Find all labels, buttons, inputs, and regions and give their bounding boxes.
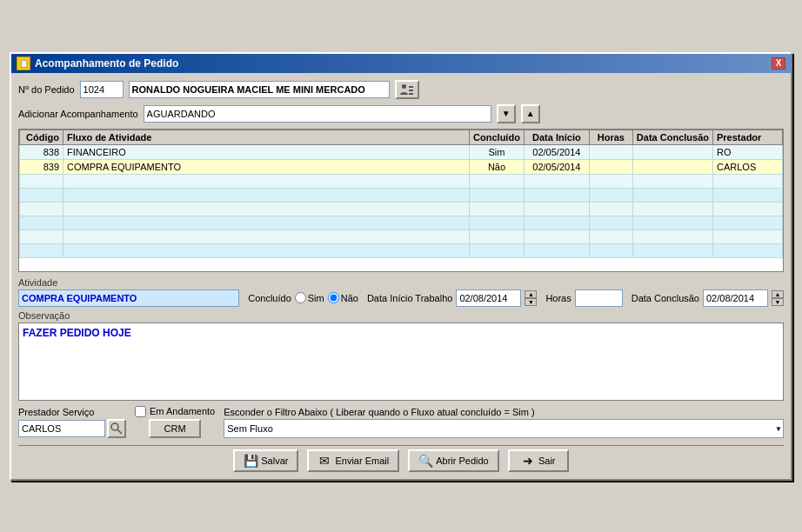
filtro-select[interactable]: Sem Fluxo Com Fluxo	[224, 419, 784, 438]
email-button[interactable]: ✉ Enviar Email	[307, 449, 399, 472]
prestador-input[interactable]	[18, 420, 105, 437]
data-inicio-label: Data Início Trabalho	[367, 293, 452, 303]
sair-button[interactable]: ➜ Sair	[508, 449, 569, 472]
horas-input[interactable]	[575, 289, 623, 307]
close-button[interactable]: X	[772, 57, 785, 70]
order-label: Nº do Pedido	[18, 84, 75, 95]
svg-rect-2	[409, 90, 413, 91]
window-body: Nº do Pedido Adicionar Acompanhamento AG…	[11, 73, 791, 479]
table-row[interactable]: 839 COMPRA EQUIPAMENTO Não 02/05/2014 CA…	[20, 159, 783, 174]
sim-radio[interactable]	[295, 292, 306, 303]
spin-down-icon[interactable]: ▼	[525, 298, 537, 306]
horas-group: Horas	[545, 289, 622, 307]
table-row-empty	[20, 202, 783, 216]
window-title: Acompanhamento de Pedido	[35, 57, 178, 70]
acompanhamento-label: Adicionar Acompanhamento	[18, 109, 138, 119]
svg-line-5	[117, 429, 122, 434]
email-icon: ✉	[317, 454, 331, 468]
table-row-empty	[20, 174, 783, 188]
em-andamento-label: Em Andamento	[150, 406, 215, 416]
prestador-group: Prestador Serviço	[18, 407, 126, 438]
col-horas: Horas	[589, 130, 632, 144]
table-row[interactable]: 838 FINANCEIRO Sim 02/05/2014 RO	[20, 144, 783, 159]
prestador-label: Prestador Serviço	[18, 407, 126, 417]
cell-horas	[589, 144, 632, 159]
data-inicio-group: Data Início Trabalho ▲ ▼	[367, 289, 537, 307]
salvar-label: Salvar	[261, 456, 288, 466]
col-prestador: Prestador	[713, 130, 783, 144]
concluido-group: Concluído Sim Não	[248, 292, 358, 303]
spin-up-icon2[interactable]: ▲	[772, 290, 784, 298]
move-down-button[interactable]: ▼	[497, 104, 516, 123]
data-inicio-spinner[interactable]: ▲ ▼	[525, 290, 537, 306]
salvar-button[interactable]: 💾 Salvar	[233, 449, 298, 472]
titlebar: 📋 Acompanhamento de Pedido X	[11, 54, 791, 73]
search-icon	[110, 422, 123, 435]
acompanhamento-select[interactable]: AGUARDANDO	[144, 105, 491, 123]
em-andamento-group: Em Andamento CRM	[135, 406, 215, 438]
window-icon: 📋	[17, 57, 30, 70]
sair-label: Sair	[538, 456, 556, 466]
main-window: 📋 Acompanhamento de Pedido X Nº do Pedid…	[10, 52, 792, 481]
move-up-button[interactable]: ▲	[521, 104, 540, 123]
client-search-button[interactable]	[395, 80, 419, 99]
table-row-empty	[20, 188, 783, 202]
observacao-text: FAZER PEDIDO HOJE	[21, 325, 781, 341]
cell-concluido: Sim	[470, 144, 525, 159]
concluido-label: Concluído	[248, 293, 291, 303]
acompanhamento-row: Adicionar Acompanhamento AGUARDANDO ▼ ▲	[18, 104, 784, 123]
nao-radio-label[interactable]: Não	[328, 292, 358, 303]
action-bar: 💾 Salvar ✉ Enviar Email 🔍 Abrir Pedido ➜…	[18, 445, 784, 472]
cell-horas	[589, 159, 632, 174]
cell-dataconclusao	[632, 159, 712, 174]
sim-label: Sim	[308, 293, 324, 303]
svg-rect-3	[409, 93, 413, 95]
em-andamento-checkbox[interactable]	[135, 406, 146, 417]
filtro-label: Esconder o Filtro Abaixo ( Liberar quand…	[224, 407, 784, 417]
sim-radio-label[interactable]: Sim	[295, 292, 324, 303]
data-conclusao-input[interactable]	[703, 289, 768, 307]
col-datainicio: Data Início	[524, 130, 589, 144]
data-conclusao-spinner[interactable]: ▲ ▼	[772, 290, 784, 306]
data-conclusao-label: Data Conclusão	[632, 293, 699, 303]
col-codigo: Código	[20, 130, 63, 144]
table-row-empty	[20, 243, 783, 257]
client-name-input[interactable]	[129, 81, 390, 98]
cell-datainicio: 02/05/2014	[524, 159, 589, 174]
atividade-input[interactable]	[18, 289, 239, 307]
activity-table-container: Código Fluxo de Atividade Concluído Data…	[18, 129, 784, 272]
spin-down-icon2[interactable]: ▼	[772, 298, 784, 306]
cell-prestador: CARLOS	[713, 159, 783, 174]
atividade-section: Atividade Concluído Sim Não Data	[18, 277, 784, 307]
abrir-label: Abrir Pedido	[436, 456, 489, 466]
svg-rect-0	[402, 84, 406, 89]
col-concluido: Concluído	[470, 130, 525, 144]
nao-label: Não	[341, 293, 358, 303]
open-icon: 🔍	[418, 454, 432, 468]
cell-prestador: RO	[713, 144, 783, 159]
crm-button[interactable]: CRM	[149, 419, 201, 438]
save-icon: 💾	[244, 454, 257, 468]
cell-fluxo: COMPRA EQUIPAMENTO	[63, 159, 470, 174]
cell-concluido: Não	[470, 159, 525, 174]
order-number-input[interactable]	[80, 81, 124, 98]
cell-fluxo: FINANCEIRO	[63, 144, 470, 159]
observacao-label: Observação	[18, 310, 784, 321]
svg-point-4	[111, 423, 118, 430]
observacao-container[interactable]: FAZER PEDIDO HOJE	[18, 323, 784, 401]
nao-radio[interactable]	[328, 292, 339, 303]
order-row: Nº do Pedido	[18, 80, 784, 99]
prestador-input-row	[18, 419, 126, 438]
em-andamento-row: Em Andamento	[135, 406, 215, 417]
data-inicio-input[interactable]	[456, 289, 521, 307]
spin-up-icon[interactable]: ▲	[525, 290, 537, 298]
prestador-search-button[interactable]	[107, 419, 126, 438]
cell-datainicio: 02/05/2014	[524, 144, 589, 159]
abrir-button[interactable]: 🔍 Abrir Pedido	[408, 449, 499, 472]
observacao-section: Observação FAZER PEDIDO HOJE	[18, 310, 784, 401]
person-icon	[400, 83, 414, 96]
filtro-group: Esconder o Filtro Abaixo ( Liberar quand…	[224, 407, 784, 438]
table-row-empty	[20, 229, 783, 243]
atividade-label: Atividade	[18, 277, 784, 288]
col-fluxo: Fluxo de Atividade	[63, 130, 470, 144]
